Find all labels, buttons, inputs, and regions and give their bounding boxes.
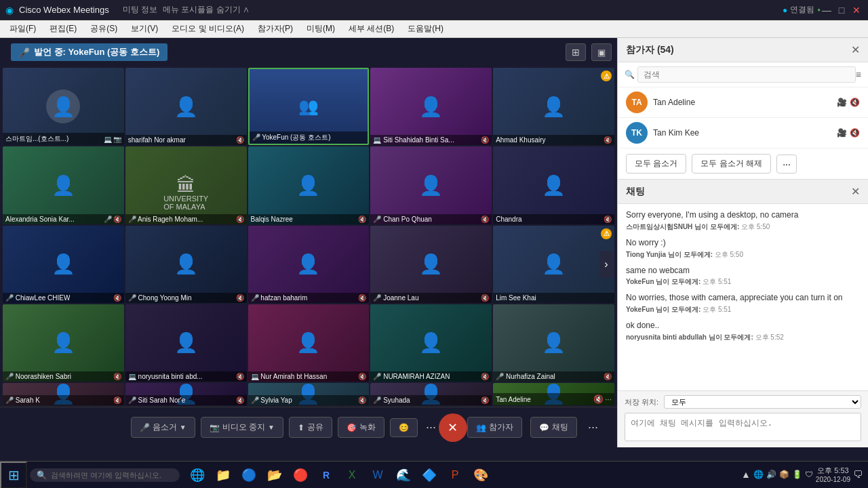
more-options-btn-25[interactable]: ··· <box>605 394 612 404</box>
chat-footer: 저장 위치: 모두 <box>618 390 868 447</box>
connection-status: ● 연결됨 ● <box>783 4 821 16</box>
participants-search-input[interactable] <box>637 66 856 83</box>
participants-search-box: 🔍 ≡ <box>618 62 868 87</box>
taskbar-notification-icon[interactable]: 🗨 <box>853 469 863 480</box>
maximize-btn[interactable]: □ <box>835 4 848 16</box>
participant-name-8: Balqis Nazree <box>251 216 293 223</box>
mute-btn-25[interactable]: 🔇 <box>593 394 604 404</box>
warning-badge-15: ⚠ <box>601 228 612 239</box>
video-cell-9: 👤 🎤 Chan Po Qhuan 🔇 <box>370 146 492 224</box>
mic-muted-4: 🔇 <box>481 136 489 144</box>
chat-close-btn[interactable]: ✕ <box>851 185 860 198</box>
taskbar-browser-icon[interactable]: 🔷 <box>417 463 441 487</box>
record-btn[interactable]: 🎯 녹화 <box>338 417 384 438</box>
menu-audio-video[interactable]: 오디오 및 비디오(A) <box>166 22 250 36</box>
cam-muted-19: 🔇 <box>481 373 489 380</box>
mute-all-btn[interactable]: 모두 음소거 <box>626 154 686 174</box>
chat-msg-text-2: No worry :) <box>626 237 860 249</box>
minimize-btn[interactable]: — <box>821 4 833 16</box>
end-call-btn[interactable]: ✕ <box>439 413 467 442</box>
participant-name-tan-kim-kee: Tan Kim Kee <box>653 128 831 138</box>
start-btn[interactable] <box>0 462 27 489</box>
taskbar-ppt-icon[interactable]: P <box>443 463 467 487</box>
video-cell-2: 👤 sharifah Nor akmar 🔇 <box>125 68 247 145</box>
taskbar-search-input[interactable] <box>51 471 173 479</box>
participants-panel-actions: 모두 음소거 모두 음소거 해제 ··· <box>618 148 868 179</box>
taskbar-word-icon[interactable]: W <box>366 463 390 487</box>
chat-msg-meta-1: 스마트임상시험SNUH 님이 모두에게: 오후 5:50 <box>626 222 860 232</box>
menu-meeting[interactable]: 미팅(M) <box>301 22 340 36</box>
chat-msg-meta-4: YokeFun 님이 모두에게: 오후 5:51 <box>626 305 860 314</box>
taskbar-search-box[interactable]: 🔍 <box>30 468 180 482</box>
mic-btn[interactable]: 🎤 음소거 ▼ <box>131 417 195 438</box>
grid-view-btn[interactable]: ⊞ <box>566 43 586 61</box>
cam-muted-23: 🔇 <box>358 396 366 404</box>
taskbar-edge2-icon[interactable]: 🌊 <box>391 463 416 487</box>
screen-share-icon-1: 💻 <box>104 136 112 143</box>
video-btn[interactable]: 📷 비디오 중지 ▼ <box>201 417 283 438</box>
participants-title: 참가자 (54) <box>626 44 674 56</box>
cam-muted-16: 🔇 <box>113 373 121 380</box>
taskbar-file-icon[interactable]: 📂 <box>262 463 287 487</box>
taskbar-excel-icon[interactable]: X <box>340 463 364 487</box>
chat-save-select[interactable]: 모두 <box>664 395 861 409</box>
chat-msg-meta-3: YokeFun 님이 모두에게: 오후 5:51 <box>626 277 860 287</box>
participants-filter-btn[interactable]: ≡ <box>856 69 861 80</box>
participants-toolbar-btn[interactable]: 👥 참가자 <box>467 417 522 438</box>
participants-panel: 참가자 (54) ✕ 🔍 ≡ TA Tan Adeline 🎥 🔇 TK <box>618 38 868 180</box>
toolbar-end-more-btn[interactable]: ··· <box>585 418 601 437</box>
menu-edit[interactable]: 편집(E) <box>44 22 82 36</box>
chat-input[interactable] <box>625 413 861 441</box>
video-icon-tan-kim-kee: 🎥 <box>837 128 847 138</box>
menu-participants[interactable]: 참가자(P) <box>252 22 298 36</box>
unmute-all-btn[interactable]: 모두 음소거 해제 <box>692 154 771 174</box>
video-cell-15: ⚠ 👤 Lim See Khai › <box>493 226 614 303</box>
mic-icon: 🎤 <box>140 423 150 432</box>
taskbar-chrome-icon[interactable]: 🔴 <box>288 463 313 487</box>
video-cell-5: ⚠ 👤 Ahmad Khusairy 🔇 <box>493 68 614 145</box>
participant-name-3: 🎤 YokeFun (공동 호스트) <box>252 133 331 142</box>
taskbar-battery-icon: 🔋 <box>792 470 802 479</box>
participant-name-13: 🎤 hafzan baharim <box>251 294 308 302</box>
menu-file[interactable]: 파일(F) <box>4 22 41 36</box>
participants-close-btn[interactable]: ✕ <box>851 43 860 56</box>
participant-name-21: 🎤 Sarah K <box>5 396 40 404</box>
participant-name-15: Lim See Khai <box>496 294 536 302</box>
cam-muted-12: 🔇 <box>236 294 244 302</box>
chat-msg-5: ok done.. noryusnita binti abdullah 님이 모… <box>626 320 860 342</box>
participants-more-opts-btn[interactable]: ··· <box>776 155 797 174</box>
video-cell-14: 👤 🎤 Joanne Lau 🔇 <box>370 226 492 303</box>
menu-share[interactable]: 공유(S) <box>85 22 123 36</box>
taskbar-r-icon[interactable]: R <box>314 463 338 487</box>
taskbar-explorer-icon[interactable]: 📁 <box>211 463 235 487</box>
taskbar: 🔍 🌐 📁 🔵 📂 🔴 R X W 🌊 🔷 P 🎨 ▲ 🌐 🔊 📦 🔋 🛡 오후… <box>0 461 868 488</box>
taskbar-edge-icon[interactable]: 🌐 <box>185 463 210 487</box>
more-toolbar-btn[interactable]: ··· <box>423 418 439 437</box>
video-cell-19: 👤 🎤 NURAMIRAH AZIZAN 🔇 <box>370 304 492 382</box>
video-grid: 👤 스마트임...(호스트...) 💻📷 👤 sharifah Nor akma… <box>0 66 617 407</box>
search-magnifier-icon: 🔍 <box>625 70 635 79</box>
meeting-info-btn[interactable]: 미팅 정보 <box>123 4 157 16</box>
participant-name-2: sharifah Nor akmar <box>128 136 186 144</box>
menu-sessions[interactable]: 세부 세션(B) <box>343 22 399 36</box>
video-cell-11: 👤 🎤 ChiawLee CHIEW 🔇 <box>3 226 124 303</box>
chat-msg-text-1: Sorry everyone, I'm using a desktop, no … <box>626 209 860 221</box>
video-cell-25: 👤 Tan Adeline 🔇 ··· <box>493 383 614 405</box>
video-cell-18: 👤 💻 Nur Amirah bt Hassan 🔇 <box>248 304 370 382</box>
taskbar-color-icon[interactable]: 🎨 <box>469 463 493 487</box>
participant-name-7: 🎤 Anis Rageh Moham... <box>128 216 203 223</box>
menu-toggle-btn[interactable]: 메뉴 포시플을 숨기기 ∧ <box>163 4 250 16</box>
emoji-btn[interactable]: 😊 <box>390 418 418 437</box>
share-btn[interactable]: ⬆ 공유 <box>289 417 332 438</box>
layout-btn[interactable]: ▣ <box>591 43 612 61</box>
close-btn[interactable]: ✕ <box>850 4 863 16</box>
menu-help[interactable]: 도움말(H) <box>402 22 449 36</box>
menu-view[interactable]: 보기(V) <box>125 22 163 36</box>
taskbar-time: 오후 5:53 2020-12-09 <box>816 466 850 484</box>
chat-msg-meta-2: Tiong Yunjia 님이 모두에게: 오후 5:50 <box>626 250 860 260</box>
chat-save-row: 저장 위치: 모두 <box>625 395 861 409</box>
expand-panel-btn[interactable]: › <box>599 251 613 278</box>
participant-name-6: Alexandria Sonia Kar... <box>5 216 75 223</box>
taskbar-ie-icon[interactable]: 🔵 <box>237 463 261 487</box>
chat-toolbar-btn[interactable]: 💬 채팅 <box>530 417 577 438</box>
